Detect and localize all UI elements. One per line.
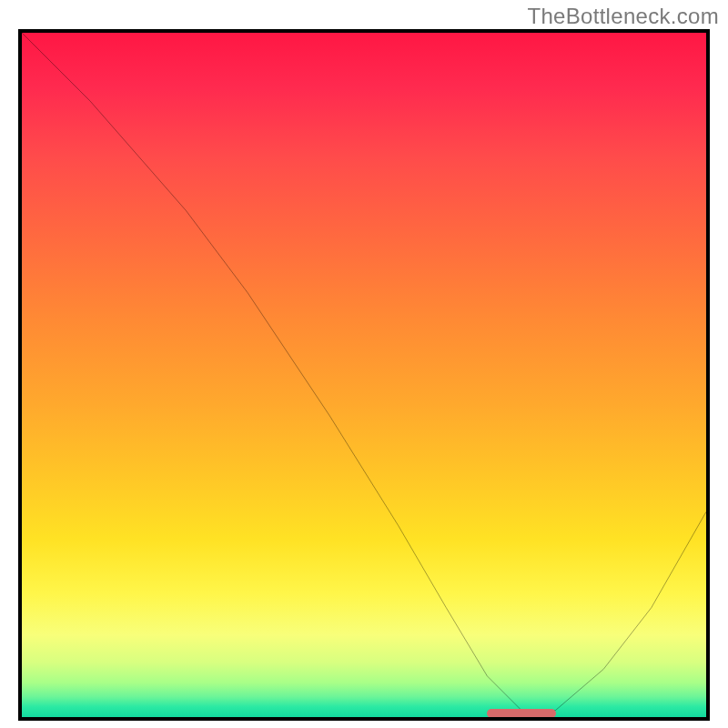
chart-frame: TheBottleneck.com (0, 0, 728, 728)
bottleneck-curve (22, 33, 706, 717)
curve-path (22, 33, 706, 710)
watermark-text: TheBottleneck.com (527, 4, 719, 29)
plot-area (18, 29, 710, 721)
optimal-range-marker (487, 709, 555, 718)
